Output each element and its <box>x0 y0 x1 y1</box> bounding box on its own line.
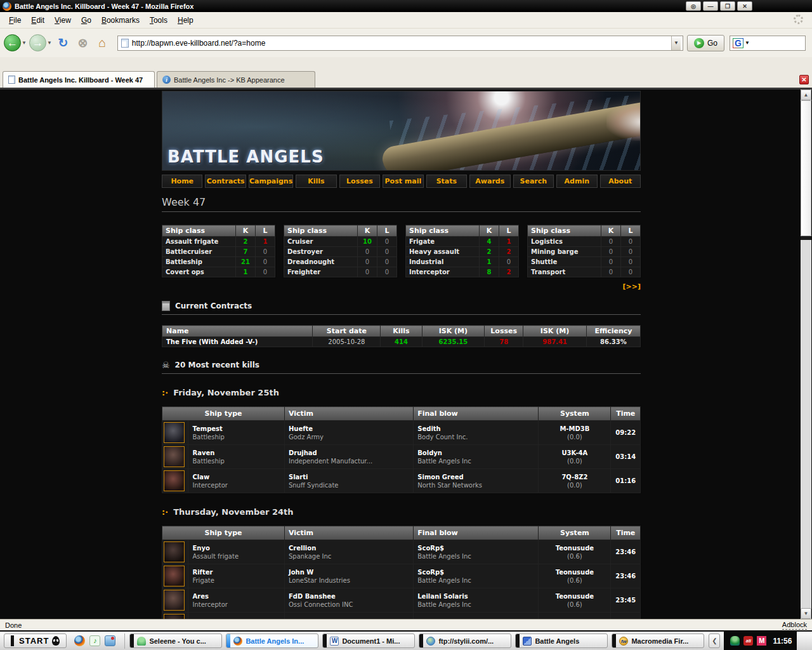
ship-name[interactable]: Rifter <box>192 568 280 576</box>
summary-table-3: Ship class K L Frigate 4 1 Heavy assault… <box>405 225 519 277</box>
final-blow-name[interactable]: ScoRp$ <box>417 568 534 576</box>
close-button[interactable]: ✕ <box>737 1 752 11</box>
victim-name[interactable]: John W <box>289 568 409 576</box>
system-name[interactable]: M-MD3B <box>542 425 606 433</box>
nav-losses[interactable]: Losses <box>339 175 380 188</box>
window-titlebar: Battle Angels Inc. Killboard - Week 47 -… <box>0 0 812 12</box>
nav-campaigns[interactable]: Campaigns <box>249 175 293 188</box>
ship-thumbnail[interactable] <box>164 470 185 491</box>
nav-awards[interactable]: Awards <box>469 175 510 188</box>
taskbar-window-document1[interactable]: W Document1 - Mi... <box>322 633 415 648</box>
ship-thumbnail[interactable] <box>164 422 185 443</box>
menu-view[interactable]: View <box>49 14 76 27</box>
ship-thumbnail[interactable] <box>164 446 185 467</box>
scrollbar-thumb[interactable] <box>801 100 811 236</box>
taskbar-window-ftp[interactable]: ftp://stylii.com/... <box>419 633 511 648</box>
nav-kills[interactable]: Kills <box>296 175 336 188</box>
search-engine-dropdown-icon[interactable]: ▼ <box>745 40 750 46</box>
tray-chevron-icon[interactable]: ❮ <box>709 633 720 648</box>
taskbar-window-battle-angels-firefox[interactable]: Battle Angels In... <box>226 633 318 648</box>
menu-file[interactable]: File <box>4 14 26 27</box>
nav-stats[interactable]: Stats <box>426 175 467 188</box>
firefox-icon[interactable] <box>74 635 85 646</box>
victim-name[interactable]: FdD Banshee <box>289 592 409 600</box>
messenger-tray-icon[interactable] <box>730 636 740 646</box>
url-input[interactable] <box>132 39 671 48</box>
ship-thumbnail[interactable] <box>164 541 185 562</box>
back-dropdown-icon[interactable]: ▼ <box>22 40 27 46</box>
reload-button[interactable]: ↻ <box>55 34 72 51</box>
system-name[interactable]: Teonusude <box>542 592 606 600</box>
back-button[interactable]: ← <box>4 34 21 51</box>
url-dropdown-icon[interactable]: ▼ <box>671 36 681 50</box>
ship-name[interactable]: Ares <box>192 592 280 600</box>
kill-row[interactable]: Claw Interceptor Slarti Snuff Syndicate … <box>162 469 641 493</box>
menu-tools[interactable]: Tools <box>145 14 173 27</box>
kill-row[interactable]: Rifter Frigate John W LoneStar Industrie… <box>162 564 641 588</box>
stop-button[interactable]: ⊗ <box>74 34 91 51</box>
kill-row[interactable]: Ares Interceptor FdD Banshee Ossi Connec… <box>162 588 641 613</box>
scroll-up-icon[interactable]: ▲ <box>801 90 811 100</box>
nav-post-mail[interactable]: Post mail <box>383 175 423 188</box>
system-name[interactable]: Teonusude <box>542 568 606 576</box>
scroll-down-icon[interactable]: ▼ <box>801 608 811 619</box>
messenger-app-icon[interactable] <box>105 635 115 646</box>
col-system: System <box>539 526 611 540</box>
victim-name[interactable]: Drujhad <box>289 449 409 457</box>
ship-name[interactable]: Raven <box>192 449 280 457</box>
ship-thumbnail[interactable] <box>164 614 185 619</box>
more-link[interactable]: [>>] <box>162 282 641 291</box>
system-name[interactable]: 7Q-8Z2 <box>542 473 606 481</box>
kill-row[interactable]: Ferox ToRpAIN Mar Anarw Teonusude 23:45 <box>162 613 641 620</box>
victim-name[interactable]: Huefte <box>289 425 409 433</box>
ship-name[interactable]: Enyo <box>192 544 280 552</box>
vertical-scrollbar[interactable]: ▲ ▼ <box>801 90 811 619</box>
menu-go[interactable]: Go <box>76 14 96 27</box>
tab-killboard[interactable]: Battle Angels Inc. Killboard - Week 47 <box>3 71 155 88</box>
start-button[interactable]: START <box>4 633 67 648</box>
victim-name[interactable]: Slarti <box>289 473 409 481</box>
taskbar-window-battle-angels[interactable]: Battle Angels <box>515 633 608 648</box>
kill-row[interactable]: Enyo Assault frigate Crellion Spankage I… <box>162 540 641 564</box>
final-blow-name[interactable]: Leilani Solaris <box>417 592 534 600</box>
nav-home[interactable]: Home <box>162 175 202 188</box>
nav-admin[interactable]: Admin <box>556 175 597 188</box>
nav-contracts[interactable]: Contracts <box>205 175 246 188</box>
taskbar-window-macromedia[interactable]: fw Macromedia Fir... <box>612 633 704 648</box>
contract-row[interactable]: The Five (With Added -V-) 2005-10-28 414… <box>162 337 641 347</box>
system-name[interactable]: Teonusude <box>542 544 606 552</box>
music-player-icon[interactable]: ♪ <box>89 635 100 646</box>
go-button[interactable]: ▶ Go <box>687 35 724 51</box>
close-tab-button[interactable]: ✕ <box>799 75 809 84</box>
victim-name[interactable]: Crellion <box>289 544 409 552</box>
forward-dropdown-icon[interactable]: ▼ <box>47 40 52 46</box>
nav-about[interactable]: About <box>600 175 641 188</box>
ship-thumbnail[interactable] <box>164 590 185 611</box>
menu-help[interactable]: Help <box>173 14 199 27</box>
ship-thumbnail[interactable] <box>164 566 185 587</box>
home-button[interactable]: ⌂ <box>94 34 111 51</box>
minimize-button[interactable]: — <box>703 1 718 11</box>
forward-button[interactable]: → <box>29 34 46 51</box>
kill-row[interactable]: Tempest Battleship Huefte Godz Army Sedi… <box>162 421 641 445</box>
tab-kb-appearance[interactable]: i Battle Angels Inc -> KB Appearance <box>157 71 315 88</box>
ship-name[interactable]: Claw <box>192 473 280 481</box>
ship-name[interactable]: Tempest <box>192 425 280 433</box>
menu-edit[interactable]: Edit <box>26 14 49 27</box>
ati-tray-icon[interactable]: ati <box>743 636 753 646</box>
final-blow-name[interactable]: ScoRp$ <box>417 544 534 552</box>
menu-bookmarks[interactable]: Bookmarks <box>96 14 145 27</box>
final-blow-name[interactable]: Simon Greed <box>417 473 534 481</box>
restore-button[interactable]: ❐ <box>720 1 735 11</box>
window-extra-button[interactable]: ◎ <box>686 1 701 11</box>
google-search-box[interactable]: G ▼ <box>730 36 806 51</box>
taskbar-window-seleene[interactable]: Seleene - You c... <box>129 633 222 648</box>
macromedia-tray-icon[interactable]: M <box>757 636 766 646</box>
final-blow-name[interactable]: Boldyn <box>417 449 534 457</box>
nav-search[interactable]: Search <box>513 175 554 188</box>
contract-name[interactable]: The Five (With Added -V-) <box>162 337 313 347</box>
adblock-status[interactable]: Adblock <box>782 621 807 630</box>
final-blow-name[interactable]: Sedith <box>417 425 534 433</box>
system-name[interactable]: U3K-4A <box>542 449 606 457</box>
kill-row[interactable]: Raven Battleship Drujhad Independent Man… <box>162 445 641 469</box>
